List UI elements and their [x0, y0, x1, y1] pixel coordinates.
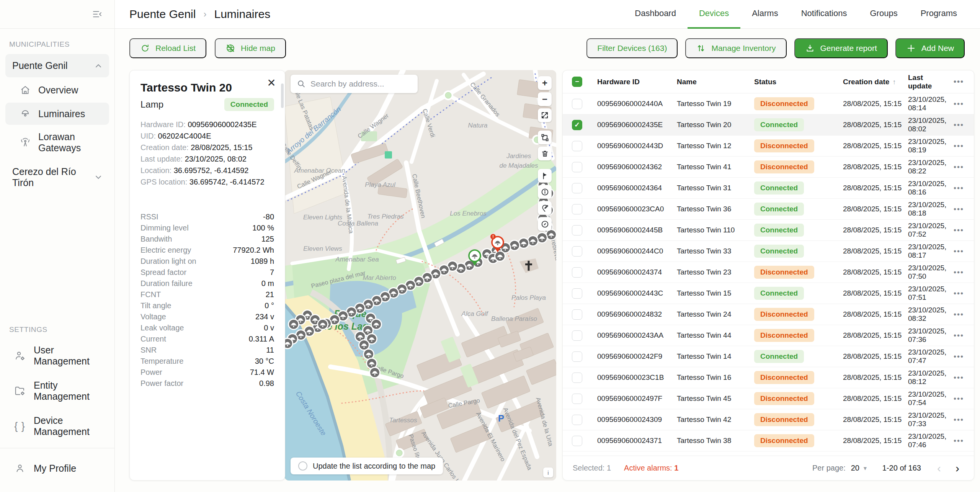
row-checkbox[interactable]: [572, 162, 582, 172]
filter-devices-button[interactable]: Filter Devices (163): [586, 38, 678, 58]
row-menu-button[interactable]: •••: [947, 352, 974, 361]
sidebar-item-cerezo-del-rio-tiron[interactable]: Cerezo del Río Tirón: [5, 160, 109, 195]
lamp-marker[interactable]: [370, 368, 380, 378]
add-new-button[interactable]: Add New: [895, 38, 965, 58]
per-page-select[interactable]: 20▼: [851, 464, 868, 472]
row-checkbox[interactable]: [572, 204, 582, 214]
table-menu-button[interactable]: •••: [947, 77, 974, 86]
compass-button[interactable]: [538, 217, 552, 231]
table-row[interactable]: 0095690600024832Tartesso Twin 24Disconne…: [563, 304, 974, 325]
row-checkbox[interactable]: ✓: [572, 120, 582, 130]
close-icon[interactable]: ✕: [266, 77, 277, 89]
sidebar-item-luminaires[interactable]: Luminaires: [5, 103, 109, 125]
row-checkbox[interactable]: [572, 225, 582, 235]
row-menu-button[interactable]: •••: [947, 268, 974, 277]
sidebar-item-lorawan-gateways[interactable]: Lorawan Gateways: [5, 126, 109, 159]
row-checkbox[interactable]: [572, 373, 582, 383]
tab-notifications[interactable]: Notifications: [790, 0, 859, 29]
sidebar-item-entity-management[interactable]: Entity Management: [5, 374, 109, 407]
row-checkbox[interactable]: [572, 99, 582, 109]
manage-inventory-button[interactable]: Manage Inventory: [685, 38, 786, 58]
row-menu-button[interactable]: •••: [947, 373, 974, 382]
generate-report-button[interactable]: Generate report: [794, 38, 888, 58]
row-menu-button[interactable]: •••: [947, 415, 974, 424]
active-alarms[interactable]: Active alarms: 1: [624, 464, 678, 472]
row-menu-button[interactable]: •••: [947, 121, 974, 129]
table-row[interactable]: 0095690600024374Tartesso Twin 23Disconne…: [563, 262, 974, 283]
update-checkbox[interactable]: [298, 461, 307, 471]
row-menu-button[interactable]: •••: [947, 247, 974, 256]
row-menu-button[interactable]: •••: [947, 226, 974, 235]
row-menu-button[interactable]: •••: [947, 310, 974, 319]
row-checkbox[interactable]: [572, 141, 582, 151]
row-menu-button[interactable]: •••: [947, 184, 974, 193]
tab-alarms[interactable]: Alarms: [740, 0, 789, 29]
hide-map-button[interactable]: Hide map: [215, 38, 286, 58]
map-search-box[interactable]: [291, 75, 418, 93]
sidebar-collapse-button[interactable]: [91, 8, 104, 21]
row-menu-button[interactable]: •••: [947, 163, 974, 172]
table-row[interactable]: 0095690600024371Tartesso Twin 38Disconne…: [563, 430, 974, 451]
previous-page-button[interactable]: ‹: [933, 463, 946, 474]
table-row[interactable]: 009569060002443DTartesso Twin 12Disconne…: [563, 136, 974, 157]
table-row[interactable]: 009569060002445BTartesso Twin 110Connect…: [563, 220, 974, 241]
table-row[interactable]: 00956906000244C0Tartesso Twin 33Connecte…: [563, 241, 974, 262]
next-page-button[interactable]: ›: [951, 463, 964, 474]
sidebar-item-device-management[interactable]: { } Device Management: [5, 410, 109, 443]
delete-selection-button[interactable]: [538, 147, 552, 160]
row-checkbox[interactable]: [572, 183, 582, 193]
table-row[interactable]: ✓009569060002435ETartesso Twin 20Connect…: [563, 114, 974, 136]
row-menu-button[interactable]: •••: [947, 100, 974, 108]
edit-location-button[interactable]: [538, 201, 552, 215]
sidebar-item-my-profile[interactable]: My Profile: [5, 457, 109, 480]
tab-devices[interactable]: Devices: [688, 0, 740, 29]
row-checkbox[interactable]: [572, 246, 582, 257]
row-menu-button[interactable]: •••: [947, 205, 974, 214]
table-row[interactable]: 009569060002443CTartesso Twin 15Connecte…: [563, 283, 974, 304]
row-menu-button[interactable]: •••: [947, 394, 974, 403]
row-menu-button[interactable]: •••: [947, 331, 974, 340]
sidebar-item-overview[interactable]: Overview: [5, 79, 109, 101]
lamp-marker[interactable]: [289, 319, 299, 330]
lamp-marker[interactable]: [318, 319, 328, 330]
table-row[interactable]: 0095690600024364Tartesso Twin 31Connecte…: [563, 178, 974, 199]
zoom-out-button[interactable]: −: [538, 92, 552, 106]
table-row[interactable]: 0095690600023CA0Tartesso Twin 36Connecte…: [563, 199, 974, 220]
row-checkbox[interactable]: [572, 267, 582, 278]
row-checkbox[interactable]: [572, 309, 582, 320]
table-row[interactable]: 0095690600023C1BTartesso Twin 16Disconne…: [563, 367, 974, 388]
column-status[interactable]: Status: [754, 78, 843, 86]
fullscreen-button[interactable]: [538, 108, 552, 122]
tab-programs[interactable]: Programs: [909, 0, 969, 29]
column-last-update[interactable]: Last update: [908, 74, 947, 90]
table-row[interactable]: 00956906000243AATartesso Twin 44Disconne…: [563, 325, 974, 346]
zoom-in-button[interactable]: +: [538, 76, 552, 90]
map-update-toggle[interactable]: Update the list according to the map: [291, 458, 443, 474]
search-input[interactable]: [310, 79, 412, 88]
tab-dashboard[interactable]: Dashboard: [623, 0, 688, 29]
lamp-marker[interactable]: [495, 251, 505, 262]
table-row[interactable]: 009569060002497FTartesso Twin 45Disconne…: [563, 388, 974, 409]
column-hardware-id[interactable]: Hardware ID: [597, 78, 677, 86]
tab-groups[interactable]: Groups: [858, 0, 909, 29]
column-name[interactable]: Name: [677, 78, 754, 86]
reload-list-button[interactable]: Reload List: [129, 38, 206, 58]
table-row[interactable]: 0095690600024309Tartesso Twin 42Disconne…: [563, 409, 974, 430]
sidebar-item-puente-genil[interactable]: Puente Genil: [5, 54, 109, 77]
table-row[interactable]: 009569060002440ATartesso Twin 19Disconne…: [563, 93, 974, 114]
lamp-marker[interactable]: [284, 338, 293, 349]
select-all-checkbox[interactable]: −: [572, 77, 582, 87]
row-checkbox[interactable]: [572, 394, 582, 404]
row-menu-button[interactable]: •••: [947, 436, 974, 445]
map-attribution-button[interactable]: i: [543, 467, 553, 477]
map[interactable]: !: [284, 70, 556, 481]
column-creation-date[interactable]: Creation date↑: [843, 78, 908, 86]
row-menu-button[interactable]: •••: [947, 289, 974, 298]
row-checkbox[interactable]: [572, 415, 582, 425]
sidebar-item-user-management[interactable]: User Management: [5, 339, 109, 372]
table-row[interactable]: 0095690600024362Tartesso Twin 41Disconne…: [563, 157, 974, 178]
row-menu-button[interactable]: •••: [947, 142, 974, 150]
info-button[interactable]: [538, 185, 552, 199]
table-row[interactable]: 00956906000242F9Tartesso Twin 14Connecte…: [563, 346, 974, 367]
row-checkbox[interactable]: [572, 436, 582, 446]
